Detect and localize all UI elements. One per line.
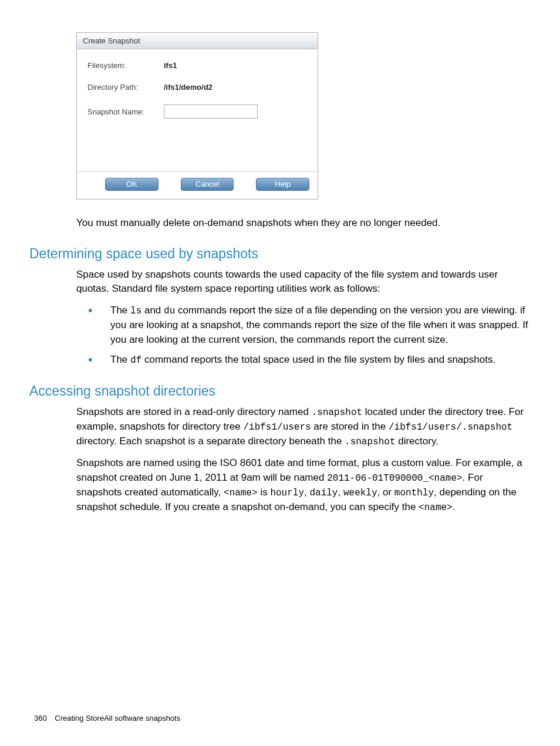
snapname-label: Snapshot Name: bbox=[87, 107, 164, 116]
snapname-input[interactable] bbox=[164, 104, 258, 119]
bullet-ls-du: The ls and du commands report the size o… bbox=[88, 303, 531, 347]
dialog-body: Filesystem: ifs1 Directory Path: /ifs1/d… bbox=[77, 49, 318, 171]
filesystem-row: Filesystem: ifs1 bbox=[87, 61, 307, 70]
bullet-df: The df command reports the total space u… bbox=[88, 353, 531, 367]
code-hourly: hourly bbox=[270, 488, 304, 498]
txt: is bbox=[258, 487, 271, 498]
heading-accessing: Accessing snapshot directories bbox=[29, 383, 531, 399]
txt: Snapshots are stored in a read-only dire… bbox=[76, 406, 312, 417]
txt: . bbox=[453, 501, 456, 512]
code-df: df bbox=[130, 355, 141, 366]
para-after-dialog: You must manually delete on-demand snaps… bbox=[76, 216, 531, 231]
txt: command reports the total space used in … bbox=[141, 354, 495, 365]
para-accessing-2: Snapshots are named using the ISO 8601 d… bbox=[76, 456, 531, 515]
txt: and bbox=[141, 305, 164, 316]
page-footer: 360 Creating StoreAll software snapshots bbox=[34, 714, 180, 723]
filesystem-value: ifs1 bbox=[164, 61, 177, 70]
txt: The bbox=[110, 354, 130, 365]
txt: , bbox=[338, 487, 343, 498]
code-name2: <name> bbox=[419, 502, 453, 513]
code-path1: /ibfs1/users bbox=[243, 422, 311, 433]
code-weekly: weekly bbox=[343, 488, 377, 498]
snapname-row: Snapshot Name: bbox=[87, 104, 307, 119]
para-accessing-1: Snapshots are stored in a read-only dire… bbox=[76, 405, 531, 450]
para-space-intro: Space used by snapshots counts towards t… bbox=[76, 268, 531, 296]
txt: are stored in the bbox=[311, 421, 389, 432]
txt: The bbox=[110, 305, 130, 316]
cancel-button[interactable]: Cancel bbox=[181, 178, 234, 191]
code-ls: ls bbox=[130, 306, 141, 316]
create-snapshot-dialog: Create Snapshot Filesystem: ifs1 Directo… bbox=[76, 32, 318, 200]
txt: directory. bbox=[395, 436, 438, 447]
dirpath-row: Directory Path: /ifs1/demo/d2 bbox=[87, 83, 307, 92]
dirpath-value: /ifs1/demo/d2 bbox=[164, 83, 212, 92]
chapter-title: Creating StoreAll software snapshots bbox=[55, 714, 180, 723]
help-button[interactable]: Help bbox=[256, 178, 309, 191]
code-iso: 2011-06-01T090000_<name> bbox=[327, 473, 462, 484]
dialog-footer: OK Cancel Help bbox=[77, 171, 318, 199]
code-snapshot: .snapshot bbox=[312, 407, 362, 418]
txt: , or bbox=[377, 487, 394, 498]
code-path2: /ibfs1/users/.snapshot bbox=[389, 422, 512, 433]
filesystem-label: Filesystem: bbox=[87, 61, 164, 70]
bullets-space: The ls and du commands report the size o… bbox=[88, 303, 531, 368]
code-snapshot2: .snapshot bbox=[345, 437, 395, 447]
dialog-title: Create Snapshot bbox=[77, 33, 318, 49]
code-monthly: monthly bbox=[394, 488, 434, 498]
heading-determining-space: Determining space used by snapshots bbox=[29, 246, 531, 262]
code-du: du bbox=[164, 306, 175, 316]
code-name1: <name> bbox=[224, 488, 258, 498]
code-daily: daily bbox=[309, 488, 338, 498]
page-number: 360 bbox=[34, 714, 47, 723]
ok-button[interactable]: OK bbox=[105, 178, 158, 191]
dirpath-label: Directory Path: bbox=[87, 83, 164, 92]
txt: directory. Each snapshot is a separate d… bbox=[76, 436, 345, 447]
